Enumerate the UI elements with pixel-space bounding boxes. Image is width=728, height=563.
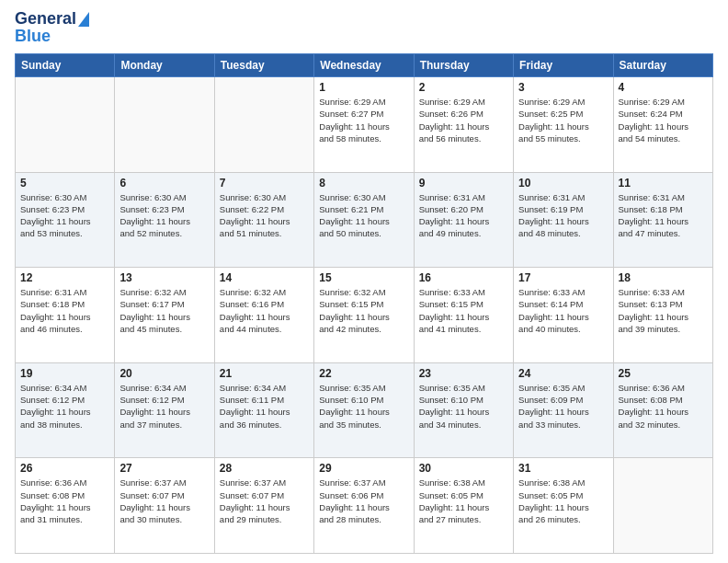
day-number: 22	[319, 367, 408, 380]
weekday-header-thursday: Thursday	[414, 54, 513, 77]
day-number: 28	[220, 462, 309, 475]
weekday-header-wednesday: Wednesday	[314, 54, 414, 77]
calendar-cell	[214, 77, 313, 173]
day-info: Sunrise: 6:29 AM Sunset: 6:26 PM Dayligh…	[419, 96, 508, 144]
day-info: Sunrise: 6:37 AM Sunset: 6:06 PM Dayligh…	[319, 477, 408, 525]
calendar-cell: 12Sunrise: 6:31 AM Sunset: 6:18 PM Dayli…	[16, 268, 115, 363]
day-number: 19	[20, 367, 109, 380]
day-number: 11	[619, 177, 708, 190]
day-number: 20	[119, 367, 209, 380]
day-number: 29	[319, 462, 408, 475]
day-number: 17	[518, 271, 608, 284]
calendar-cell: 31Sunrise: 6:38 AM Sunset: 6:05 PM Dayli…	[514, 458, 613, 554]
day-info: Sunrise: 6:30 AM Sunset: 6:23 PM Dayligh…	[20, 191, 109, 240]
calendar-cell: 17Sunrise: 6:33 AM Sunset: 6:14 PM Dayli…	[514, 268, 613, 363]
day-number: 18	[619, 271, 708, 284]
header: General Blue	[15, 9, 713, 46]
calendar-cell: 27Sunrise: 6:37 AM Sunset: 6:07 PM Dayli…	[115, 458, 214, 554]
day-number: 5	[20, 177, 109, 190]
calendar-cell: 8Sunrise: 6:30 AM Sunset: 6:21 PM Daylig…	[314, 172, 414, 268]
calendar-cell: 25Sunrise: 6:36 AM Sunset: 6:08 PM Dayli…	[613, 362, 712, 458]
day-info: Sunrise: 6:35 AM Sunset: 6:10 PM Dayligh…	[319, 382, 408, 431]
day-number: 13	[119, 271, 209, 284]
day-number: 26	[20, 462, 109, 475]
calendar-cell: 22Sunrise: 6:35 AM Sunset: 6:10 PM Dayli…	[314, 362, 414, 458]
weekday-header-monday: Monday	[115, 54, 214, 77]
calendar-cell: 24Sunrise: 6:35 AM Sunset: 6:09 PM Dayli…	[514, 362, 613, 458]
calendar-cell: 23Sunrise: 6:35 AM Sunset: 6:10 PM Dayli…	[414, 362, 513, 458]
day-info: Sunrise: 6:32 AM Sunset: 6:16 PM Dayligh…	[220, 286, 309, 335]
day-info: Sunrise: 6:38 AM Sunset: 6:05 PM Dayligh…	[419, 477, 508, 525]
calendar-cell: 3Sunrise: 6:29 AM Sunset: 6:25 PM Daylig…	[514, 77, 613, 173]
day-number: 31	[518, 462, 608, 475]
day-number: 27	[119, 462, 209, 475]
calendar-cell: 15Sunrise: 6:32 AM Sunset: 6:15 PM Dayli…	[314, 268, 414, 363]
day-info: Sunrise: 6:30 AM Sunset: 6:23 PM Dayligh…	[119, 191, 209, 240]
weekday-header-friday: Friday	[514, 54, 613, 77]
day-number: 2	[419, 81, 508, 94]
day-info: Sunrise: 6:31 AM Sunset: 6:18 PM Dayligh…	[619, 191, 708, 240]
day-number: 1	[319, 81, 408, 94]
calendar-cell: 21Sunrise: 6:34 AM Sunset: 6:11 PM Dayli…	[214, 362, 313, 458]
day-info: Sunrise: 6:38 AM Sunset: 6:05 PM Dayligh…	[518, 477, 608, 525]
calendar-cell: 28Sunrise: 6:37 AM Sunset: 6:07 PM Dayli…	[214, 458, 313, 554]
day-number: 4	[619, 81, 708, 94]
day-info: Sunrise: 6:34 AM Sunset: 6:11 PM Dayligh…	[220, 382, 309, 431]
day-number: 30	[419, 462, 508, 475]
logo-blue: Blue	[15, 27, 51, 46]
calendar-cell: 20Sunrise: 6:34 AM Sunset: 6:12 PM Dayli…	[115, 362, 214, 458]
day-info: Sunrise: 6:36 AM Sunset: 6:08 PM Dayligh…	[20, 477, 109, 525]
day-info: Sunrise: 6:29 AM Sunset: 6:24 PM Dayligh…	[619, 96, 708, 144]
day-info: Sunrise: 6:29 AM Sunset: 6:25 PM Dayligh…	[518, 96, 608, 144]
day-info: Sunrise: 6:33 AM Sunset: 6:14 PM Dayligh…	[518, 286, 608, 335]
calendar-cell: 18Sunrise: 6:33 AM Sunset: 6:13 PM Dayli…	[613, 268, 712, 363]
day-info: Sunrise: 6:35 AM Sunset: 6:09 PM Dayligh…	[518, 382, 608, 431]
weekday-header-sunday: Sunday	[16, 54, 115, 77]
day-info: Sunrise: 6:31 AM Sunset: 6:18 PM Dayligh…	[20, 286, 109, 335]
calendar-cell: 26Sunrise: 6:36 AM Sunset: 6:08 PM Dayli…	[16, 458, 115, 554]
day-info: Sunrise: 6:36 AM Sunset: 6:08 PM Dayligh…	[619, 382, 708, 431]
calendar-cell: 6Sunrise: 6:30 AM Sunset: 6:23 PM Daylig…	[115, 172, 214, 268]
day-info: Sunrise: 6:35 AM Sunset: 6:10 PM Dayligh…	[419, 382, 508, 431]
day-number: 9	[419, 177, 508, 190]
logo: General Blue	[15, 9, 89, 46]
day-info: Sunrise: 6:30 AM Sunset: 6:22 PM Dayligh…	[220, 191, 309, 240]
day-info: Sunrise: 6:33 AM Sunset: 6:13 PM Dayligh…	[619, 286, 708, 335]
calendar-table: SundayMondayTuesdayWednesdayThursdayFrid…	[15, 53, 713, 554]
day-number: 6	[119, 177, 209, 190]
weekday-header-tuesday: Tuesday	[214, 54, 313, 77]
calendar-cell	[613, 458, 712, 554]
day-info: Sunrise: 6:32 AM Sunset: 6:15 PM Dayligh…	[319, 286, 408, 335]
calendar-cell: 19Sunrise: 6:34 AM Sunset: 6:12 PM Dayli…	[16, 362, 115, 458]
day-number: 25	[619, 367, 708, 380]
day-info: Sunrise: 6:31 AM Sunset: 6:20 PM Dayligh…	[419, 191, 508, 240]
day-number: 23	[419, 367, 508, 380]
day-number: 15	[319, 271, 408, 284]
calendar-cell: 11Sunrise: 6:31 AM Sunset: 6:18 PM Dayli…	[613, 172, 712, 268]
calendar-cell: 30Sunrise: 6:38 AM Sunset: 6:05 PM Dayli…	[414, 458, 513, 554]
day-info: Sunrise: 6:37 AM Sunset: 6:07 PM Dayligh…	[119, 477, 209, 525]
day-number: 24	[518, 367, 608, 380]
day-number: 14	[220, 271, 309, 284]
calendar-cell: 13Sunrise: 6:32 AM Sunset: 6:17 PM Dayli…	[115, 268, 214, 363]
calendar-cell: 16Sunrise: 6:33 AM Sunset: 6:15 PM Dayli…	[414, 268, 513, 363]
calendar-cell: 10Sunrise: 6:31 AM Sunset: 6:19 PM Dayli…	[514, 172, 613, 268]
calendar-cell: 2Sunrise: 6:29 AM Sunset: 6:26 PM Daylig…	[414, 77, 513, 173]
day-number: 12	[20, 271, 109, 284]
day-number: 16	[419, 271, 508, 284]
weekday-header-saturday: Saturday	[613, 54, 712, 77]
day-number: 21	[220, 367, 309, 380]
logo-triangle-icon	[78, 12, 89, 27]
calendar-cell: 4Sunrise: 6:29 AM Sunset: 6:24 PM Daylig…	[613, 77, 712, 173]
day-number: 8	[319, 177, 408, 190]
calendar-cell: 5Sunrise: 6:30 AM Sunset: 6:23 PM Daylig…	[16, 172, 115, 268]
day-number: 3	[518, 81, 608, 94]
calendar-cell: 9Sunrise: 6:31 AM Sunset: 6:20 PM Daylig…	[414, 172, 513, 268]
calendar-cell: 29Sunrise: 6:37 AM Sunset: 6:06 PM Dayli…	[314, 458, 414, 554]
calendar-cell	[115, 77, 214, 173]
calendar-cell: 7Sunrise: 6:30 AM Sunset: 6:22 PM Daylig…	[214, 172, 313, 268]
day-info: Sunrise: 6:32 AM Sunset: 6:17 PM Dayligh…	[119, 286, 209, 335]
day-info: Sunrise: 6:33 AM Sunset: 6:15 PM Dayligh…	[419, 286, 508, 335]
day-info: Sunrise: 6:29 AM Sunset: 6:27 PM Dayligh…	[319, 96, 408, 144]
day-number: 7	[220, 177, 309, 190]
